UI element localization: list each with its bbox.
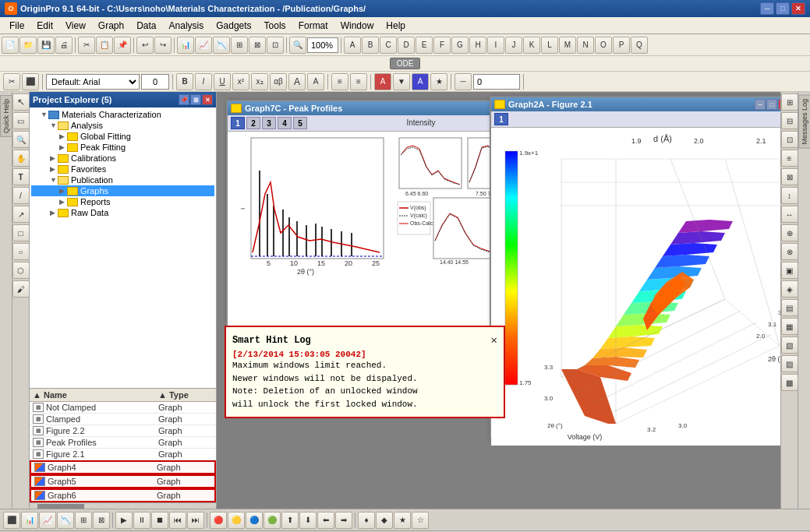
list-row-figure22[interactable]: ▦ Figure 2.2 Graph: [30, 425, 216, 437]
btb-15[interactable]: 🟢: [264, 512, 281, 529]
menu-window[interactable]: Window: [334, 19, 380, 33]
right-btn-12[interactable]: ▤: [781, 299, 798, 316]
tool-pointer[interactable]: ↖: [12, 93, 30, 111]
right-btn-4[interactable]: ≡: [781, 150, 798, 167]
tree-item-publication[interactable]: ▼ Publication: [31, 174, 214, 185]
right-btn-2[interactable]: ⊟: [781, 112, 798, 129]
tool-arrow[interactable]: ↗: [12, 206, 30, 223]
cut-button[interactable]: ✂: [78, 37, 95, 54]
color-btn-2[interactable]: ▼: [393, 73, 410, 90]
btb-20[interactable]: ♦: [358, 512, 375, 529]
tool-select[interactable]: ▭: [12, 112, 30, 129]
graph2a-minimize[interactable]: ─: [755, 99, 766, 110]
tree-item-graphs[interactable]: ▶ Graphs: [31, 185, 214, 196]
menu-format[interactable]: Format: [292, 19, 334, 33]
minimize-button[interactable]: ─: [760, 2, 774, 15]
pe-float-button[interactable]: ⊞: [190, 94, 201, 105]
tb-btn-17[interactable]: H: [469, 37, 486, 54]
tb-btn-24[interactable]: O: [595, 37, 612, 54]
tb-btn-13[interactable]: D: [398, 37, 415, 54]
scroll-thumb[interactable]: [37, 504, 84, 509]
btb-19[interactable]: ➡: [335, 512, 352, 529]
graph2a-titlebar[interactable]: Graph2A - Figure 2.1 ─ □ ✕: [491, 97, 780, 111]
menu-edit[interactable]: Edit: [30, 19, 59, 33]
graph7c-tab-3[interactable]: 3: [262, 117, 276, 129]
menu-graph[interactable]: Graph: [92, 19, 130, 33]
messages-tab[interactable]: Messages Log: [798, 95, 811, 149]
list-row-peak-profiles[interactable]: ▦ Peak Profiles Graph: [30, 437, 216, 449]
copy-button[interactable]: 📋: [96, 37, 113, 54]
tb-btn-21[interactable]: L: [541, 37, 558, 54]
right-btn-8[interactable]: ⊕: [781, 224, 798, 241]
menu-tools[interactable]: Tools: [258, 19, 292, 33]
btb-2[interactable]: 📊: [21, 512, 38, 529]
tree-item-analysis[interactable]: ▼ Analysis: [31, 120, 214, 131]
list-row-not-clamped[interactable]: ▦ Not Clamped Graph: [30, 402, 216, 414]
btb-7[interactable]: ▶: [115, 512, 133, 529]
btb-5[interactable]: ⊞: [75, 512, 92, 529]
save-button[interactable]: 💾: [37, 37, 55, 54]
menu-file[interactable]: File: [3, 19, 30, 33]
redo-button[interactable]: ↪: [154, 37, 172, 54]
right-btn-11[interactable]: ◈: [781, 280, 798, 298]
italic-button[interactable]: I: [195, 73, 212, 90]
btb-3[interactable]: 📈: [39, 512, 56, 529]
graph7c-tab-2[interactable]: 2: [246, 117, 260, 129]
subscript-button[interactable]: x₂: [251, 73, 268, 90]
tool-polygon[interactable]: ⬡: [12, 262, 30, 279]
tb-btn-15[interactable]: F: [433, 37, 451, 54]
tool-pan[interactable]: ✋: [12, 150, 30, 167]
tb-btn-11[interactable]: B: [362, 37, 379, 54]
align-center-button[interactable]: ≡: [350, 73, 367, 90]
tb-btn-14[interactable]: E: [416, 37, 433, 54]
underline-button[interactable]: U: [214, 73, 231, 90]
tb-btn-7[interactable]: ⊞: [231, 37, 248, 54]
font-tb-2[interactable]: ⬛: [22, 73, 39, 90]
tb-btn-4[interactable]: 📊: [177, 37, 194, 54]
graph2a-maximize[interactable]: □: [766, 99, 777, 110]
color-btn-1[interactable]: A: [374, 73, 391, 90]
right-btn-5[interactable]: ⊠: [781, 168, 798, 185]
tool-line[interactable]: /: [12, 187, 30, 204]
new-button[interactable]: 📄: [2, 37, 19, 54]
menu-data[interactable]: Data: [130, 19, 162, 33]
btb-21[interactable]: ◆: [376, 512, 393, 529]
btb-17[interactable]: ⬇: [299, 512, 317, 529]
tb-btn-25[interactable]: P: [613, 37, 630, 54]
highlight-button[interactable]: ★: [430, 73, 447, 90]
list-row-clamped[interactable]: ▦ Clamped Graph: [30, 414, 216, 425]
font-tb-a2[interactable]: A: [307, 73, 324, 90]
pe-scrollbar[interactable]: [30, 502, 216, 509]
quick-help-tab[interactable]: Quick Help: [0, 95, 12, 137]
tool-circle[interactable]: ○: [12, 243, 30, 260]
right-btn-6[interactable]: ↕: [781, 187, 798, 204]
graph7c-tab-4[interactable]: 4: [278, 117, 292, 129]
open-button[interactable]: 📁: [19, 37, 37, 54]
bold-button[interactable]: B: [176, 73, 193, 90]
ode-button[interactable]: ODE: [390, 58, 421, 69]
right-btn-9[interactable]: ⊗: [781, 243, 798, 260]
graph2a-tab-1[interactable]: 1: [494, 113, 508, 125]
btb-11[interactable]: ⏭: [187, 512, 204, 529]
btb-9[interactable]: ⏹: [151, 512, 168, 529]
pe-pin-button[interactable]: 📌: [179, 94, 189, 105]
btb-6[interactable]: ⊠: [93, 512, 110, 529]
btb-1[interactable]: ⬛: [3, 512, 20, 529]
tree-item-peak-fitting[interactable]: ▶ Peak Fitting: [31, 142, 214, 153]
btb-4[interactable]: 📉: [57, 512, 74, 529]
tree-item-raw-data[interactable]: ▶ Raw Data: [31, 207, 214, 218]
tb-btn-23[interactable]: N: [577, 37, 594, 54]
font-tb-a1[interactable]: A: [288, 73, 306, 90]
list-row-figure21[interactable]: ▦ Figure 2.1 Graph: [30, 449, 216, 460]
tb-btn-6[interactable]: 📉: [213, 37, 230, 54]
tree-item-calibrations[interactable]: ▶ Calibrations: [31, 153, 214, 164]
tb-btn-12[interactable]: C: [380, 37, 397, 54]
smart-hint-close-button[interactable]: ✕: [491, 333, 497, 347]
right-btn-3[interactable]: ⊡: [781, 131, 798, 148]
list-row-graph5[interactable]: Graph5 Graph: [30, 474, 216, 488]
paste-button[interactable]: 📌: [114, 37, 131, 54]
menu-help[interactable]: Help: [380, 19, 412, 33]
menu-gadgets[interactable]: Gadgets: [210, 19, 257, 33]
print-button[interactable]: 🖨: [55, 37, 73, 54]
line-width-input[interactable]: [473, 74, 520, 90]
